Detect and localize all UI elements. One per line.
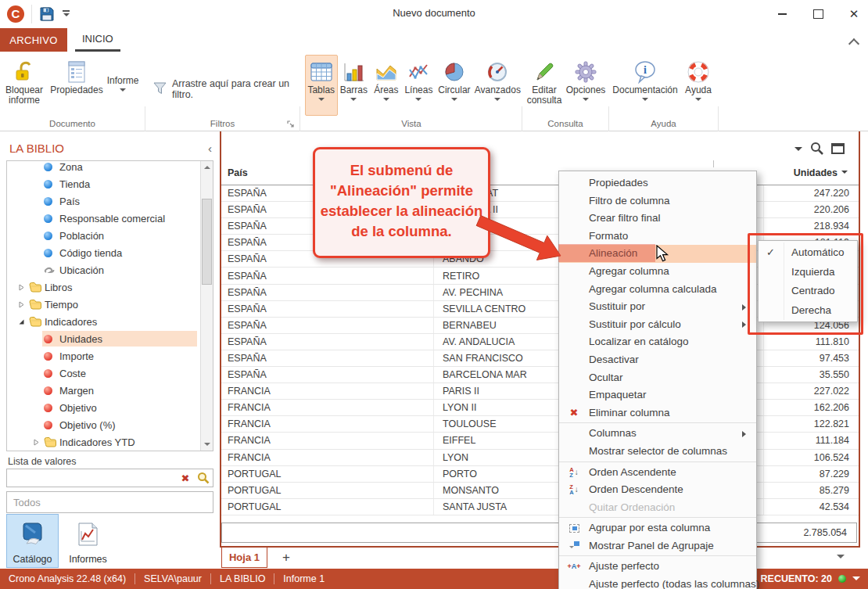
menu-item-localizar-en-catálogo[interactable]: Localizar en catálogo (559, 333, 756, 351)
tree-item-código-tienda[interactable]: Código tienda (7, 244, 213, 261)
column-header-unidades[interactable]: Unidades (794, 167, 848, 178)
table-row[interactable]: ESPAÑABARCELONA MAR35.550 (221, 367, 859, 383)
tree-item-objetivo[interactable]: Objetivo (7, 399, 213, 416)
menu-item-agrupar-por-esta-columna[interactable]: Agrupar por esta columna (559, 519, 756, 537)
informe-button[interactable]: Informe (105, 55, 141, 116)
column-header-pais[interactable]: País (228, 167, 248, 178)
tree-item-margen[interactable]: Margen (7, 382, 213, 399)
table-scroll-down-icon[interactable] (837, 555, 845, 562)
menu-item-orden-ascendente[interactable]: AZ↓Orden Ascendente (559, 464, 756, 482)
tree-item-label: Importe (59, 350, 94, 362)
close-button[interactable]: ✕ (846, 6, 862, 22)
bloquear-informe-button[interactable]: Bloquear informe (0, 55, 48, 116)
tree-item-responsable-comercial[interactable]: Responsable comercial (7, 210, 213, 227)
tree-item-tienda[interactable]: Tienda (7, 175, 213, 192)
scroll-up-icon[interactable] (201, 161, 213, 173)
menu-item-formato[interactable]: Formato (559, 228, 756, 246)
scrollbar-thumb[interactable] (202, 199, 212, 285)
collapsed-expander-icon[interactable] (15, 301, 27, 308)
menu-item-agregar-columna[interactable]: Agregar columna (559, 263, 756, 281)
table-row[interactable]: FRANCIALYON106.524 (221, 450, 859, 466)
tree-item-indicadores[interactable]: Indicadores (7, 313, 213, 330)
expanded-expander-icon[interactable] (15, 318, 27, 325)
menu-item-mostrar-selector-de-columnas[interactable]: Mostrar selector de columnas (559, 443, 756, 461)
values-list-item-todos[interactable]: Todos (6, 491, 213, 513)
menu-item-eliminar-columna[interactable]: ✖Eliminar columna (559, 404, 756, 422)
collapsed-expander-icon[interactable] (30, 439, 42, 446)
menu-item-agregar-columna-calculada[interactable]: Agregar columna calculada (559, 281, 756, 299)
menu-item-propiedades[interactable]: Propiedades (559, 174, 756, 192)
sheet-tab-hoja1[interactable]: Hoja 1 (221, 548, 267, 568)
tree-item-ubicación[interactable]: Ubicación (7, 261, 213, 278)
tree-item-objetivo[interactable]: Objetivo (%) (7, 416, 213, 433)
add-sheet-button[interactable]: + (278, 549, 295, 566)
avanzados-button[interactable]: Avanzados (474, 55, 522, 116)
view-search-icon[interactable] (810, 142, 824, 159)
tablas-button[interactable]: Tablas (305, 55, 338, 116)
menu-item-desactivar[interactable]: Desactivar (559, 351, 756, 369)
filter-drop-zone[interactable]: Arrastre aquí para crear un filtro. (145, 53, 299, 100)
tree-item-label: Tiempo (45, 299, 78, 311)
menu-item-columnas[interactable]: Columnas (559, 425, 756, 443)
collapse-ribbon-icon[interactable] (850, 38, 857, 45)
table-row[interactable]: ESPAÑAAV. ANDALUCIA111.810 (221, 334, 859, 350)
lineas-button[interactable]: Líneas (403, 55, 436, 116)
tree-item-importe[interactable]: Importe (7, 347, 213, 365)
tree-item-libros[interactable]: Libros (7, 278, 213, 296)
scroll-down-icon[interactable] (201, 439, 213, 451)
tree-item-unidades[interactable]: Unidades (7, 330, 213, 347)
menu-item-crear-filtro-final[interactable]: Crear filtro final (559, 210, 756, 228)
menu-item-filtro-de-columna[interactable]: Filtro de columna (559, 192, 756, 210)
recuento-label[interactable]: RECUENTO: 20 (761, 573, 832, 584)
tree-item-coste[interactable]: Coste (7, 365, 213, 382)
tree-item-indicadores-ytd[interactable]: Indicadores YTD (7, 433, 213, 451)
collapsed-expander-icon[interactable] (15, 284, 27, 291)
column-filter-caret-icon[interactable] (841, 171, 848, 177)
opciones-button[interactable]: Opciones (566, 55, 605, 116)
tab-catalogo[interactable]: Catálogo (6, 514, 59, 568)
menu-item-orden-descendente[interactable]: ZA↓Orden Descendente (559, 481, 756, 499)
table-row[interactable]: PORTUGALMONSANTO85.279 (221, 483, 859, 499)
menu-icon-spacer (564, 499, 584, 517)
clear-filter-icon[interactable]: ✖ (177, 472, 194, 484)
documentacion-button[interactable]: i Documentación (609, 55, 681, 116)
ayuda-button[interactable]: Ayuda (681, 55, 716, 116)
barras-button[interactable]: Barras (338, 55, 371, 116)
menu-item-ajuste-perfecto-todas-las-columnas[interactable]: Ajuste perfecto (todas las columnas) (559, 576, 756, 589)
menu-item-empaquetar[interactable]: Empaquetar (559, 386, 756, 404)
dialog-launcher-icon[interactable] (286, 117, 296, 127)
menu-item-ajuste-perfecto[interactable]: +A+Ajuste perfecto (559, 558, 756, 576)
tab-archivo[interactable]: ARCHIVO (0, 28, 67, 52)
sidebar-collapse-icon[interactable]: ‹ (208, 142, 212, 155)
tree-item-país[interactable]: País (7, 192, 213, 210)
editar-consulta-button[interactable]: Editar consulta (522, 55, 566, 116)
tree-item-población[interactable]: Población (7, 227, 213, 244)
menu-item-sustituir-por[interactable]: Sustituir por (559, 298, 756, 316)
table-row[interactable]: FRANCIATOULOUSE122.821 (221, 416, 859, 433)
tree-item-tiempo[interactable]: Tiempo (7, 296, 213, 313)
search-icon[interactable] (194, 472, 213, 484)
menu-item-mostrar-panel-de-agrupaje[interactable]: Mostrar Panel de Agrupaje (559, 537, 756, 555)
tab-informes[interactable]: Informes (62, 514, 114, 568)
tab-inicio[interactable]: INICIO (75, 28, 120, 52)
circular-button[interactable]: Circular (435, 55, 473, 116)
minimize-button[interactable] (774, 6, 790, 22)
maximize-button[interactable] (810, 6, 826, 22)
menu-item-sustituir-por-cálculo[interactable]: Sustituir por cálculo (559, 316, 756, 334)
values-search-input[interactable] (7, 470, 177, 486)
table-row[interactable]: PORTUGALSANTA JUSTA42.534 (221, 499, 859, 515)
recuento-caret-icon[interactable] (852, 576, 860, 584)
propiedades-button[interactable]: Propiedades (48, 55, 105, 116)
areas-button[interactable]: Áreas (370, 55, 403, 116)
view-dropdown-icon[interactable] (794, 147, 802, 155)
table-row[interactable]: FRANCIAPARIS II227.022 (221, 383, 859, 400)
tree-scrollbar[interactable] (200, 161, 213, 451)
table-row[interactable]: FRANCIAEIFFEL111.184 (221, 433, 859, 449)
table-row[interactable]: PORTUGALPORTO87.229 (221, 466, 859, 483)
column-grip[interactable] (713, 160, 714, 167)
table-row[interactable]: FRANCIALYON II162.206 (221, 400, 859, 416)
table-row[interactable]: ESPAÑASAN FRANCISCO97.453 (221, 350, 859, 367)
tree-item-zona[interactable]: Zona (7, 160, 213, 175)
menu-item-ocultar[interactable]: Ocultar (559, 369, 756, 387)
view-maximize-icon[interactable] (831, 143, 845, 154)
